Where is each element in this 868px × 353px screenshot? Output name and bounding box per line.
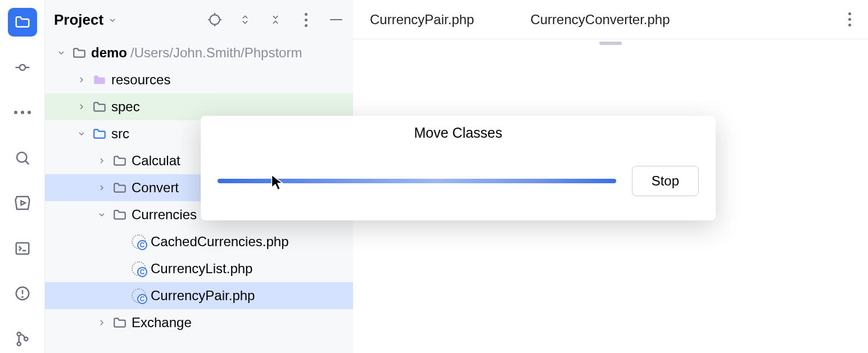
chevron-right-icon xyxy=(75,75,88,84)
svg-point-11 xyxy=(22,297,22,297)
tree-item-label: resources xyxy=(111,72,170,88)
editor-tabs-options-icon[interactable] xyxy=(848,12,851,26)
svg-marker-6 xyxy=(21,201,25,206)
more-tool-button[interactable] xyxy=(8,98,37,127)
left-toolstrip xyxy=(0,0,45,353)
hide-panel-icon[interactable] xyxy=(328,12,344,28)
ellipsis-icon xyxy=(14,111,31,114)
commit-tool-button[interactable] xyxy=(8,53,37,82)
folder-icon xyxy=(112,207,127,222)
chevron-down-icon xyxy=(96,210,108,219)
tree-item-label: CurrencyPair.php xyxy=(151,288,255,304)
editor-tabs: CurrencyPair.php CurrencyConverter.php xyxy=(353,0,868,39)
progress-bar xyxy=(218,179,616,183)
folder-icon xyxy=(92,73,107,87)
chevron-right-icon xyxy=(75,102,88,111)
problems-tool-button[interactable] xyxy=(8,279,37,308)
chevron-down-icon xyxy=(75,129,88,138)
svg-point-13 xyxy=(17,342,20,345)
collapse-all-icon[interactable] xyxy=(268,12,283,28)
locate-icon[interactable] xyxy=(207,12,223,28)
tree-root-name: demo xyxy=(91,45,127,60)
php-class-icon: C xyxy=(132,288,146,303)
split-drag-handle-icon[interactable] xyxy=(599,42,622,45)
svg-line-4 xyxy=(25,161,29,164)
project-title-label: Project xyxy=(54,11,103,29)
svg-point-0 xyxy=(20,65,25,70)
tree-file-currencylist[interactable]: C CurrencyList.php xyxy=(45,255,353,282)
chevron-right-icon xyxy=(96,156,108,165)
editor-tab[interactable]: CurrencyConverter.php xyxy=(530,12,670,28)
folder-icon xyxy=(72,46,87,60)
project-panel-actions xyxy=(207,12,344,28)
folder-icon xyxy=(112,153,127,168)
tree-item-label: spec xyxy=(111,99,140,115)
expand-collapse-icon[interactable] xyxy=(237,12,253,28)
folder-icon xyxy=(112,180,127,195)
chevron-down-icon xyxy=(108,11,117,29)
tree-item-label: Calculat xyxy=(132,153,180,169)
move-classes-dialog: Move Classes Stop xyxy=(201,116,716,220)
folder-icon xyxy=(92,126,107,141)
svg-rect-7 xyxy=(16,243,29,254)
tree-item-resources[interactable]: resources xyxy=(45,66,353,93)
terminal-tool-button[interactable] xyxy=(8,234,37,263)
php-class-icon: C xyxy=(132,261,146,276)
chevron-right-icon xyxy=(96,183,108,192)
chevron-down-icon xyxy=(55,48,67,57)
php-class-icon: C xyxy=(132,234,146,249)
vcs-tool-button[interactable] xyxy=(8,325,37,354)
panel-options-icon[interactable] xyxy=(298,12,314,28)
tree-item-exchange[interactable]: Exchange xyxy=(45,309,353,336)
stop-button[interactable]: Stop xyxy=(632,166,699,196)
chevron-right-icon xyxy=(96,318,108,327)
folder-icon xyxy=(92,99,107,114)
tree-item-label: Exchange xyxy=(132,315,192,331)
svg-marker-5 xyxy=(15,197,29,210)
tree-root[interactable]: demo/Users/John.Smith/Phpstorm xyxy=(45,39,353,66)
svg-point-15 xyxy=(210,15,219,24)
project-tool-button[interactable] xyxy=(8,8,37,37)
editor-tab[interactable]: CurrencyPair.php xyxy=(370,12,474,28)
tree-root-path: /Users/John.Smith/Phpstorm xyxy=(130,45,302,60)
search-tool-button[interactable] xyxy=(8,144,37,173)
svg-point-12 xyxy=(17,332,20,336)
tree-item-label: Currencies xyxy=(132,207,197,223)
dialog-title: Move Classes xyxy=(218,125,699,141)
project-panel-title[interactable]: Project xyxy=(54,11,117,29)
tree-item-label: CachedCurrencies.php xyxy=(151,234,288,250)
svg-point-3 xyxy=(17,152,27,162)
tree-file-cachedcurrencies[interactable]: C CachedCurrencies.php xyxy=(45,228,353,255)
run-tool-button[interactable] xyxy=(8,189,37,218)
folder-icon xyxy=(112,315,127,330)
tree-item-label: src xyxy=(111,126,129,142)
project-panel-header: Project xyxy=(45,0,353,39)
tree-item-label: CurrencyList.php xyxy=(151,261,252,277)
tree-file-currencypair[interactable]: C CurrencyPair.php xyxy=(45,282,353,309)
tree-item-label: Convert xyxy=(132,180,179,196)
